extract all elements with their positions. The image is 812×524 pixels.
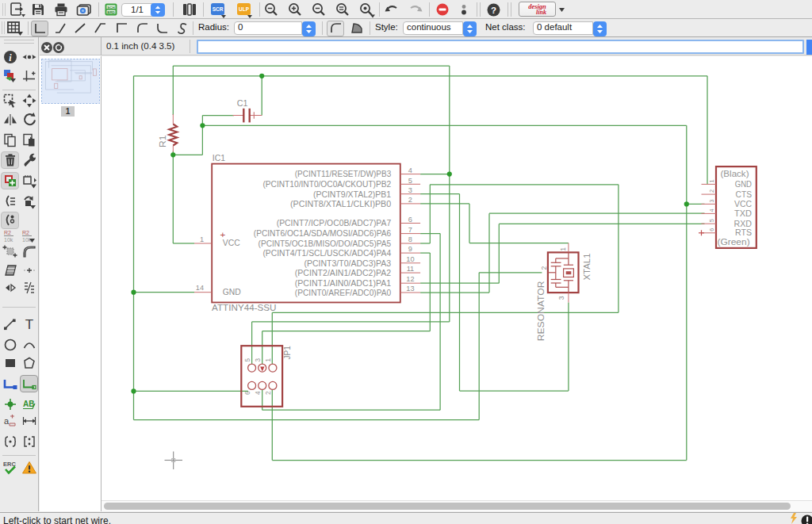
svg-text:1: 1 xyxy=(708,179,715,182)
svg-text:5: 5 xyxy=(408,177,412,185)
svg-text:GND: GND xyxy=(734,180,751,189)
svg-text:(PCINT11/RESET/DW)PB3: (PCINT11/RESET/DW)PB3 xyxy=(294,170,391,178)
svg-text:1: 1 xyxy=(559,247,567,251)
svg-text:a: a xyxy=(4,416,10,426)
svg-text:1: 1 xyxy=(265,358,272,362)
svg-text:+: + xyxy=(220,230,225,239)
svg-text:12: 12 xyxy=(406,275,414,283)
svg-text:2: 2 xyxy=(708,189,715,193)
svg-text:13: 13 xyxy=(406,285,414,293)
svg-text:(PCINT3/T0/ADC3)PA3: (PCINT3/T0/ADC3)PA3 xyxy=(304,259,391,268)
svg-text:1: 1 xyxy=(199,235,203,243)
svg-text:RESONATOR: RESONATOR xyxy=(536,281,546,342)
svg-text:(Black): (Black) xyxy=(720,170,749,178)
svg-text:6: 6 xyxy=(243,391,251,395)
svg-text:7: 7 xyxy=(408,226,412,234)
svg-text:XTAL1: XTAL1 xyxy=(582,253,592,280)
svg-text:(PCINT8/XTAL1/CLKI)PB0: (PCINT8/XTAL1/CLKI)PB0 xyxy=(290,200,392,208)
svg-text:4: 4 xyxy=(708,208,715,212)
svg-text:(PCINT1/AIN0/ADC1)PA1: (PCINT1/AIN0/ADC1)PA1 xyxy=(294,279,391,288)
svg-text:(PCINT0/AREF/ADC0)PA0: (PCINT0/AREF/ADC0)PA0 xyxy=(294,289,391,297)
svg-text:(PCINT4/T1/SCL/USCK/ADC4)PA4: (PCINT4/T1/SCL/USCK/ADC4)PA4 xyxy=(262,249,391,258)
svg-text:AB: AB xyxy=(23,400,34,408)
svg-text:RTS: RTS xyxy=(735,228,752,237)
svg-text:?: ? xyxy=(491,6,496,15)
svg-text:VCC: VCC xyxy=(734,200,752,208)
svg-text:SCR: SCR xyxy=(213,6,224,12)
svg-text:RXD: RXD xyxy=(733,220,752,228)
svg-text:ATTINY44-SSU: ATTINY44-SSU xyxy=(212,303,276,312)
svg-text:5: 5 xyxy=(708,219,715,222)
svg-text:3: 3 xyxy=(708,199,715,202)
svg-text:(PCINT10/INT0/OC0A/CKOUT)PB2: (PCINT10/INT0/OC0A/CKOUT)PB2 xyxy=(262,180,391,189)
svg-text:IC1: IC1 xyxy=(212,153,224,163)
svg-text:C1: C1 xyxy=(236,98,247,108)
svg-text:3: 3 xyxy=(557,296,565,300)
svg-text:11: 11 xyxy=(406,265,414,273)
svg-text:R1: R1 xyxy=(158,136,167,148)
svg-text:SCH: SCH xyxy=(107,6,114,10)
svg-text:6: 6 xyxy=(708,228,715,231)
svg-text:R2: R2 xyxy=(22,230,29,235)
svg-text:JP1: JP1 xyxy=(283,346,292,360)
svg-text:CTS: CTS xyxy=(735,190,752,199)
svg-text:10: 10 xyxy=(406,255,414,263)
svg-text:(PCINT5/OC1B/MISO/DO/ADC5)PA5: (PCINT5/OC1B/MISO/DO/ADC5)PA5 xyxy=(258,239,391,248)
svg-text:5: 5 xyxy=(243,358,251,362)
svg-text:8: 8 xyxy=(408,235,412,243)
svg-text:3: 3 xyxy=(255,358,262,362)
svg-text:(PCINT9/XTAL2)PB1: (PCINT9/XTAL2)PB1 xyxy=(312,190,391,199)
svg-text:(PCINT7/ICP/OC0B/ADC7)PA7: (PCINT7/ICP/OC0B/ADC7)PA7 xyxy=(276,219,391,228)
svg-text:VCC: VCC xyxy=(222,239,239,247)
svg-text:14: 14 xyxy=(195,284,203,292)
svg-text:(PCINT2/AIN1/ADC2)PA2: (PCINT2/AIN1/ADC2)PA2 xyxy=(294,269,391,277)
svg-text:ULP: ULP xyxy=(239,6,250,12)
svg-text:TXD: TXD xyxy=(734,209,752,218)
svg-text:10k: 10k xyxy=(4,237,13,243)
svg-text:3: 3 xyxy=(408,186,412,194)
svg-text:10k: 10k xyxy=(22,237,32,243)
svg-text:2: 2 xyxy=(265,391,272,395)
svg-text:6: 6 xyxy=(408,216,412,224)
svg-text:2: 2 xyxy=(540,266,548,270)
svg-text:BRD: BRD xyxy=(107,10,115,14)
svg-text:9: 9 xyxy=(408,245,412,253)
svg-text:2: 2 xyxy=(408,196,412,204)
svg-text:(PCINT6/OC1A/SDA/MOSI/ADC6)PA6: (PCINT6/OC1A/SDA/MOSI/ADC6)PA6 xyxy=(253,229,391,238)
svg-text:T: T xyxy=(25,317,33,332)
svg-text:4: 4 xyxy=(408,166,412,174)
svg-text:(Green): (Green) xyxy=(717,238,749,247)
svg-text:4: 4 xyxy=(255,391,262,395)
svg-text:GND: GND xyxy=(222,288,240,296)
svg-text:R2: R2 xyxy=(4,230,11,235)
